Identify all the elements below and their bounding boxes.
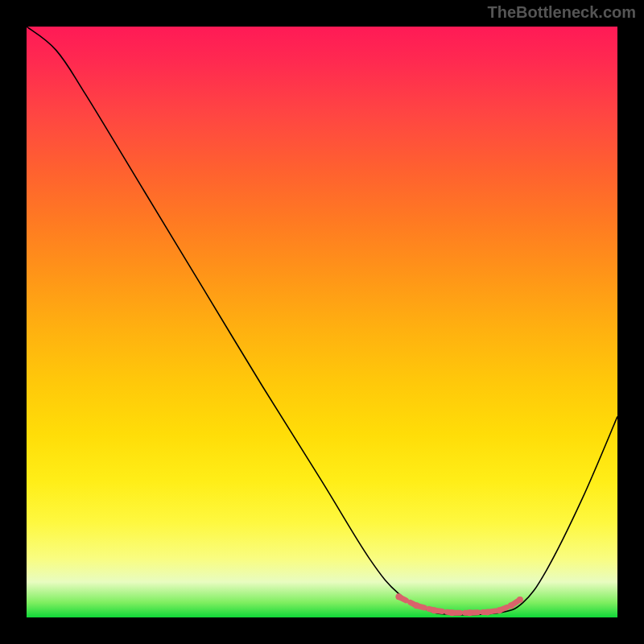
marker-band-group: [395, 593, 522, 616]
curve-path: [27, 27, 617, 615]
marker-dot: [485, 609, 491, 615]
marker-dot: [508, 602, 514, 609]
marker-dot: [517, 597, 523, 603]
plot-area: [27, 27, 617, 617]
marker-dot: [431, 607, 437, 613]
marker-dot: [467, 609, 473, 616]
curve-svg: [27, 27, 617, 617]
marker-dot: [448, 609, 455, 616]
watermark-text: TheBottleneck.com: [488, 3, 636, 22]
marker-dot: [413, 602, 419, 609]
marker-dot: [395, 593, 402, 600]
marker-dot: [496, 607, 502, 613]
